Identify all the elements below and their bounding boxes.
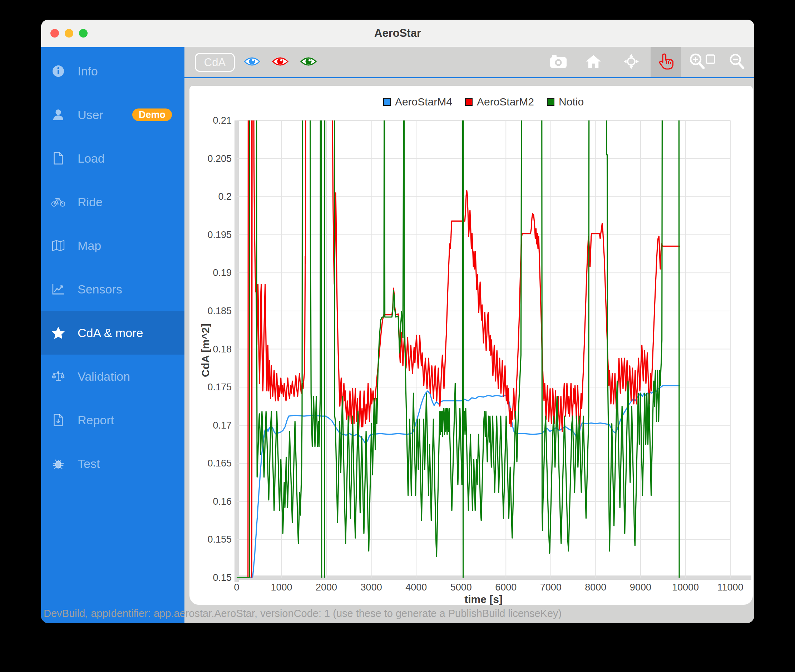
toolbar: CdA [184,47,754,78]
cda-button[interactable]: CdA [195,53,235,72]
scales-icon [51,371,66,382]
toggle-series-red-button[interactable] [270,47,290,77]
y-tick-label: 0.15 [213,572,232,583]
sidebar-item-label: Report [78,413,114,427]
home-icon [585,54,601,70]
sidebar-item-report[interactable]: Report [41,398,184,442]
info-icon [51,65,66,78]
x-tick-label: 3000 [361,582,382,593]
x-tick-label: 1000 [271,582,293,593]
zoom-out-button[interactable] [726,47,748,77]
y-axis-line [235,120,239,582]
pan-icon [624,54,639,71]
map-icon [51,240,66,251]
eye-red-icon [272,56,289,68]
sidebar-item-user[interactable]: User Demo [41,93,184,136]
sidebar-item-load[interactable]: Load [41,136,184,180]
sidebar-item-map[interactable]: Map [41,224,184,267]
title-bar: AeroStar [41,20,754,47]
y-tick-label: 0.17 [213,420,232,431]
zoom-in-icon [688,53,716,72]
y-tick-label: 0.195 [207,229,232,240]
series-line-notio [237,86,679,582]
sidebar-item-label: CdA & more [78,326,143,340]
sidebar-item-cda-and-more[interactable]: CdA & more [41,311,184,355]
app-window: AeroStar Info User Demo Load [41,20,754,623]
star-icon [51,326,66,339]
toggle-series-blue-button[interactable] [242,47,262,77]
chart-icon [51,283,66,295]
x-tick-label: 10000 [672,582,699,593]
sidebar: Info User Demo Load Ride [41,47,184,623]
y-tick-label: 0.21 [213,115,232,126]
sidebar-item-label: Info [78,64,98,78]
x-tick-label: 9000 [630,582,651,593]
pointer-hand-icon [659,53,673,72]
maximize-button[interactable] [79,29,88,38]
sidebar-item-validation[interactable]: Validation [41,355,184,398]
y-tick-label: 0.16 [213,496,232,507]
eye-green-icon [300,56,317,68]
sidebar-item-ride[interactable]: Ride [41,180,184,224]
y-tick-label: 0.2 [218,191,232,202]
home-view-button[interactable] [583,47,604,77]
y-tick-label: 0.18 [213,344,232,355]
sidebar-item-label: Map [78,239,101,253]
y-tick-label: 0.155 [207,534,232,545]
x-axis-title: time [s] [237,594,730,605]
x-tick-label: 2000 [316,582,337,593]
sidebar-item-info[interactable]: Info [41,49,184,93]
x-tick-label: 4000 [405,582,427,593]
chart-panel: AeroStarM4 AeroStarM2 Notio CdA [m^2] 01… [189,86,753,605]
x-tick-label: 5000 [450,582,472,593]
close-button[interactable] [50,29,59,38]
y-tick-label: 0.205 [207,154,232,164]
x-axis-line [235,576,752,580]
report-icon [51,414,66,426]
x-tick-label: 6000 [495,582,517,593]
toggle-series-green-button[interactable] [299,47,318,77]
sidebar-item-label: Validation [78,370,130,384]
x-tick-label: 7000 [540,582,561,593]
bicycle-icon [51,197,66,207]
file-icon [51,152,66,165]
zoom-to-rect-button[interactable] [686,47,718,77]
x-tick-label: 11000 [717,582,743,593]
sidebar-item-label: Test [78,457,100,471]
tick-labels: 0100020003000400050006000700080009000100… [207,115,743,593]
camera-icon [549,54,567,70]
zoom-out-icon [728,53,746,72]
window-title: AeroStar [374,27,421,40]
eye-blue-icon [243,56,261,68]
pointer-tool-button[interactable] [651,47,681,77]
x-tick-label: 0 [234,582,239,593]
bug-icon [51,458,66,469]
y-tick-label: 0.175 [207,382,232,392]
sidebar-item-test[interactable]: Test [41,442,184,485]
series-lines [237,86,680,582]
y-tick-label: 0.165 [207,458,232,469]
x-tick-label: 8000 [585,582,606,593]
chart-plot-area[interactable]: 0100020003000400050006000700080009000100… [189,86,753,605]
sidebar-item-label: Ride [78,195,102,209]
snapshot-button[interactable] [548,47,569,77]
y-tick-label: 0.185 [207,306,232,316]
status-bar-text: DevBuild, appIdentifier: app.aerostar.Ae… [43,608,753,619]
sidebar-item-sensors[interactable]: Sensors [41,267,184,311]
minimize-button[interactable] [65,29,73,38]
sidebar-item-label: Load [78,152,105,165]
user-icon [51,109,66,121]
sidebar-item-label: User [78,108,103,122]
demo-badge: Demo [132,109,172,121]
sidebar-item-label: Sensors [78,282,122,296]
y-tick-label: 0.19 [213,267,232,278]
pan-tool-button[interactable] [621,47,642,77]
chart-content-area: AeroStarM4 AeroStarM2 Notio CdA [m^2] 01… [184,78,754,623]
